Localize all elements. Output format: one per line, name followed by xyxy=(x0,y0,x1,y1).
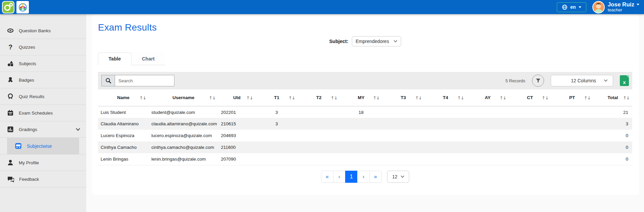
shapes-icon xyxy=(7,60,14,67)
globe-icon xyxy=(562,4,568,10)
sidebar-item-exam-schedules[interactable]: Exam Schedules xyxy=(0,105,86,121)
sidebar-item-gradings[interactable]: Gradings xyxy=(0,121,86,138)
search-icon xyxy=(105,78,111,84)
cell-t2 xyxy=(298,130,340,141)
cell-uid: 211600 xyxy=(218,141,256,153)
column-header-t1[interactable]: T1↑↓ xyxy=(256,89,298,106)
page-title: Exam Results xyxy=(98,22,632,33)
sidebar-item-label: Subjectwise xyxy=(27,143,52,149)
sidebar-item-quiz-results[interactable]: Quiz Results xyxy=(0,88,86,105)
cell-my: 18 xyxy=(340,106,382,118)
cell-t2 xyxy=(298,141,340,153)
column-header-pt[interactable]: PT↑↓ xyxy=(551,89,593,106)
records-count: 5 Records xyxy=(505,78,525,83)
user-name: Jose Ruiz xyxy=(608,1,634,8)
sidebar-item-quizzes[interactable]: ? Quizzes xyxy=(0,39,86,55)
page-size-select[interactable]: 12 xyxy=(387,171,409,183)
search-input[interactable] xyxy=(115,75,174,86)
cell-t2 xyxy=(298,118,340,130)
sort-icon: ↑↓ xyxy=(584,95,591,100)
sidebar-item-label: Badges xyxy=(19,78,34,83)
cell-pt xyxy=(551,153,593,165)
export-excel-button[interactable]: x xyxy=(620,75,629,86)
school-logo[interactable] xyxy=(16,1,29,13)
language-selector[interactable]: en xyxy=(557,2,586,12)
cell-ay xyxy=(467,118,509,130)
pagination-last-button[interactable]: » xyxy=(369,171,382,183)
results-table: Name↑↓ Username↑↓ UId↑↓ T1↑↓ T2↑↓ MY↑↓ T… xyxy=(98,89,632,165)
cell-t3 xyxy=(382,118,424,130)
cell-ct xyxy=(509,153,551,165)
question-banks-icon xyxy=(7,27,14,34)
subjectwise-icon xyxy=(15,142,22,150)
cell-ay xyxy=(467,106,509,118)
cell-uid: 204693 xyxy=(218,130,256,141)
cell-my xyxy=(340,118,382,130)
columns-select[interactable]: 12 Columns xyxy=(551,75,613,86)
cell-pt xyxy=(551,130,593,141)
excel-icon: x xyxy=(623,79,626,85)
column-header-username[interactable]: Username↑↓ xyxy=(149,89,218,106)
chevron-down-icon xyxy=(401,175,404,178)
column-header-t2[interactable]: T2↑↓ xyxy=(298,89,340,106)
cell-my xyxy=(340,141,382,153)
chevron-down-icon xyxy=(394,40,397,43)
sidebar-item-label: Exam Schedules xyxy=(19,111,53,116)
sidebar-item-feedback[interactable]: Feedback xyxy=(0,171,86,187)
column-header-t4[interactable]: T4↑↓ xyxy=(424,89,467,106)
column-header-ay[interactable]: AY↑↓ xyxy=(467,89,509,106)
user-chevron-down-icon xyxy=(637,4,639,5)
cell-ct xyxy=(509,106,551,118)
sidebar-item-subjectwise[interactable]: Subjectwise xyxy=(7,138,79,154)
sidebar-item-badges[interactable]: Badges xyxy=(0,72,86,88)
question-mark-icon: ? xyxy=(7,43,14,51)
page-size-value: 12 xyxy=(392,174,397,179)
results-table-section: 5 Records 12 Columns xyxy=(98,72,632,183)
sidebar-item-question-banks[interactable]: Question Banks xyxy=(0,23,86,39)
cell-ct xyxy=(509,130,551,141)
table-row: Claudia Altamirano claudia.altamirano@qu… xyxy=(98,118,632,130)
chat-bubbles-icon xyxy=(7,176,14,182)
chevron-down-icon xyxy=(76,128,80,131)
column-header-name[interactable]: Name↑↓ xyxy=(98,89,149,106)
pagination-prev-button[interactable]: ‹ xyxy=(333,171,345,183)
pagination-row: « ‹ 1 › » 12 xyxy=(98,171,632,183)
user-menu[interactable]: Jose Ruiz teacher xyxy=(592,1,639,13)
column-header-my[interactable]: MY↑↓ xyxy=(340,89,382,106)
tab-chart[interactable]: Chart xyxy=(131,52,165,65)
pagination-page-1[interactable]: 1 xyxy=(345,171,358,183)
table-header-row: Name↑↓ Username↑↓ UId↑↓ T1↑↓ T2↑↓ MY↑↓ T… xyxy=(98,89,632,106)
avatar xyxy=(592,1,605,13)
pagination-next-button[interactable]: › xyxy=(357,171,370,183)
column-header-uid[interactable]: UId↑↓ xyxy=(218,89,256,106)
sidebar-item-label: Subjects xyxy=(19,61,36,66)
subject-select[interactable]: Emprendedores xyxy=(352,36,401,46)
sidebar-item-label: Quiz Results xyxy=(19,94,45,99)
sidebar-item-my-profile[interactable]: My Profile xyxy=(0,155,86,171)
ribbon-icon xyxy=(7,77,14,83)
column-header-total[interactable]: Total↑↓ xyxy=(593,89,632,106)
cell-t3 xyxy=(382,130,424,141)
tab-table[interactable]: Table xyxy=(98,52,131,65)
filter-button[interactable] xyxy=(532,75,544,87)
cell-name: Lenin Bringas xyxy=(98,153,149,165)
sidebar-item-subjects[interactable]: Subjects xyxy=(0,55,86,72)
cell-my xyxy=(340,130,382,141)
sidebar-subitem-wrap: Subjectwise xyxy=(0,138,86,155)
filter-funnel-icon xyxy=(535,78,541,83)
sidebar-item-label: Question Banks xyxy=(19,28,51,33)
calendar-icon xyxy=(7,110,14,116)
table-toolbar: 5 Records 12 Columns xyxy=(98,72,632,89)
cell-username: claudia.altamirano@quizale.com xyxy=(149,118,218,130)
chevron-down-icon xyxy=(604,79,607,82)
quizale-logo[interactable] xyxy=(2,1,14,13)
sidebar-item-label: Feedback xyxy=(19,177,39,182)
cell-uid: 207090 xyxy=(218,153,256,165)
cell-ay xyxy=(467,141,509,153)
pagination-first-button[interactable]: « xyxy=(321,171,333,183)
column-header-t3[interactable]: T3↑↓ xyxy=(382,89,424,106)
column-header-ct[interactable]: CT↑↓ xyxy=(509,89,551,106)
subject-selected-value: Emprendedores xyxy=(356,39,389,44)
cell-username: lucero.espinoza@quizale.com xyxy=(149,130,218,141)
cell-pt xyxy=(551,141,593,153)
